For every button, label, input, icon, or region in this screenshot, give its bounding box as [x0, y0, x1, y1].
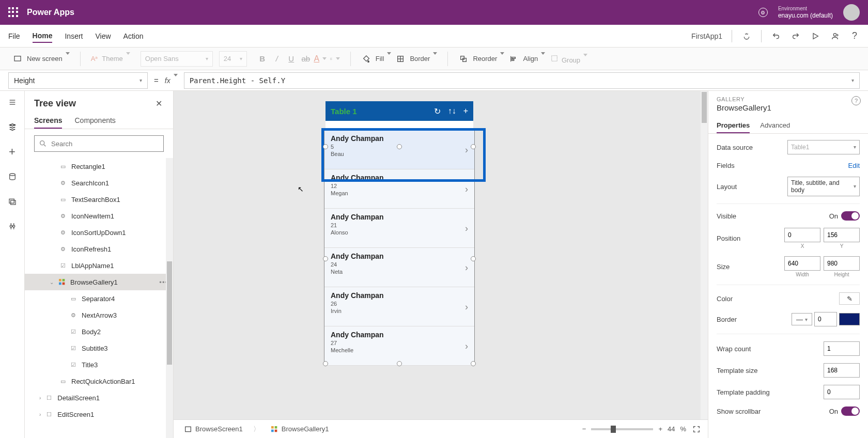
share-icon[interactable]: [830, 31, 840, 41]
resize-handle[interactable]: [323, 256, 328, 261]
group-dropdown[interactable]: Group: [562, 56, 587, 64]
template-padding-input[interactable]: [824, 385, 860, 399]
tree-item-textsearchbox1[interactable]: ▭TextSearchBox1: [25, 191, 173, 208]
border-width-input[interactable]: [814, 312, 837, 326]
environment-icon[interactable]: ⚙: [758, 8, 768, 17]
data-icon[interactable]: [7, 171, 18, 182]
waffle-icon[interactable]: [8, 7, 19, 18]
gallery-item[interactable]: Andy Champan12Megan›: [324, 169, 474, 209]
reorder-dropdown[interactable]: Reorder: [473, 55, 504, 62]
resize-handle[interactable]: [397, 361, 402, 366]
tree-item-body2[interactable]: ☑Body2: [25, 323, 173, 340]
text-align-icon[interactable]: [330, 54, 340, 64]
width-input[interactable]: [784, 256, 820, 271]
gallery-item[interactable]: Andy Champan24Neta›: [324, 248, 474, 287]
pos-x-input[interactable]: [784, 228, 820, 242]
visible-toggle[interactable]: [841, 211, 860, 221]
search-box[interactable]: [326, 121, 473, 130]
tree-search-input[interactable]: [51, 140, 159, 148]
property-selector[interactable]: Height▾: [8, 72, 148, 89]
font-color-icon[interactable]: A: [315, 54, 326, 64]
layout-select[interactable]: Title, subtitle, and body▾: [787, 177, 860, 196]
help-icon[interactable]: ?: [849, 31, 860, 41]
border-color-swatch[interactable]: [839, 313, 860, 325]
theme-dropdown[interactable]: Theme: [102, 55, 130, 62]
color-picker[interactable]: ✎: [839, 292, 860, 305]
underline-icon[interactable]: U: [286, 54, 297, 64]
tree-item-rectquickactionbar1[interactable]: ▭RectQuickActionBar1: [25, 373, 173, 389]
canvas[interactable]: Table 1 ↻ ↑↓ + Andy Champan5Beau›Andy Ch…: [174, 91, 708, 438]
media-icon[interactable]: [7, 196, 18, 207]
close-icon[interactable]: ✕: [153, 99, 164, 109]
tree-item-separator4[interactable]: ▭Separator4: [25, 290, 173, 307]
scrollbar[interactable]: [166, 158, 173, 438]
tree-item-iconrefresh1[interactable]: ⚙IconRefresh1: [25, 241, 173, 257]
scrollbar-toggle[interactable]: [841, 406, 860, 416]
avatar[interactable]: [843, 4, 860, 21]
tree-item-title3[interactable]: ☑Title3: [25, 356, 173, 373]
new-screen-dropdown[interactable]: New screen: [27, 55, 70, 62]
tab-components[interactable]: Components: [74, 113, 115, 129]
tree-item-rectangle1[interactable]: ▭Rectangle1: [25, 158, 173, 175]
gallery-item[interactable]: Andy Champan21Alonso›: [324, 209, 474, 248]
breadcrumb-screen[interactable]: BrowseScreen1: [180, 423, 247, 435]
expand-icon[interactable]: ⌄: [50, 279, 54, 285]
tree-item-editscreen1[interactable]: ›☐EditScreen1: [25, 406, 173, 423]
refresh-icon[interactable]: ↻: [434, 106, 441, 116]
tree-item-iconnewitem1[interactable]: ⚙IconNewItem1: [25, 208, 173, 224]
menu-file[interactable]: File: [8, 30, 20, 42]
gallery-item[interactable]: Andy Champan26Irvin›: [324, 287, 474, 326]
tree-item-nextarrow3[interactable]: ⚙NextArrow3: [25, 307, 173, 323]
border-dropdown[interactable]: Border: [410, 55, 437, 62]
fill-dropdown[interactable]: Fill: [376, 55, 392, 62]
resize-handle[interactable]: [471, 144, 476, 149]
add-icon[interactable]: +: [463, 106, 468, 116]
chevron-right-icon[interactable]: ›: [465, 262, 468, 273]
checker-icon[interactable]: [741, 31, 752, 41]
info-icon[interactable]: ?: [851, 96, 861, 105]
play-icon[interactable]: [810, 31, 820, 41]
sort-icon[interactable]: ↑↓: [448, 106, 456, 116]
tree-search[interactable]: [34, 135, 164, 152]
resize-handle[interactable]: [471, 361, 476, 366]
chevron-right-icon[interactable]: ›: [465, 145, 468, 155]
fields-edit-link[interactable]: Edit: [848, 162, 860, 169]
font-size-dropdown[interactable]: 24▾: [219, 51, 247, 67]
zoom-slider[interactable]: [591, 428, 653, 430]
tab-screens[interactable]: Screens: [34, 113, 62, 129]
insert-icon[interactable]: +: [7, 147, 18, 157]
tree-item-subtitle3[interactable]: ☑Subtitle3: [25, 340, 173, 356]
zoom-out-icon[interactable]: −: [582, 425, 586, 433]
menu-insert[interactable]: Insert: [65, 30, 83, 42]
italic-icon[interactable]: /: [272, 54, 282, 64]
browse-gallery[interactable]: Andy Champan5Beau›Andy Champan12Megan›An…: [324, 130, 474, 364]
hamburger-icon[interactable]: [7, 97, 18, 107]
tree-item-browsegallery1[interactable]: ⌄BrowseGallery1•••: [25, 274, 173, 290]
menu-home[interactable]: Home: [33, 29, 53, 43]
gallery-item[interactable]: Andy Champan27Mechelle›: [324, 326, 474, 366]
resize-handle[interactable]: [323, 361, 328, 366]
redo-icon[interactable]: [791, 31, 801, 41]
template-size-input[interactable]: [824, 363, 860, 378]
expand-icon[interactable]: ›: [39, 412, 41, 417]
data-source-select[interactable]: Table1▾: [787, 140, 860, 154]
environment-picker[interactable]: Environment enayu.com (default): [778, 5, 833, 20]
undo-icon[interactable]: [771, 31, 781, 41]
zoom-in-icon[interactable]: +: [658, 425, 662, 433]
fx-icon[interactable]: fx: [165, 76, 178, 85]
resize-handle[interactable]: [323, 144, 328, 149]
tree-item-detailscreen1[interactable]: ›☐DetailScreen1: [25, 389, 173, 406]
font-dropdown[interactable]: Open Sans▾: [141, 51, 213, 67]
tree-item-searchicon1[interactable]: ⚙SearchIcon1: [25, 175, 173, 191]
chevron-right-icon[interactable]: ›: [465, 223, 468, 234]
pos-y-input[interactable]: [824, 228, 860, 242]
gallery-item[interactable]: Andy Champan5Beau›: [324, 130, 474, 169]
height-input[interactable]: [824, 256, 860, 271]
tools-icon[interactable]: [7, 221, 18, 231]
border-style-select[interactable]: — ▾: [792, 313, 812, 325]
tab-advanced[interactable]: Advanced: [760, 118, 790, 133]
bold-icon[interactable]: B: [257, 54, 268, 64]
breadcrumb-gallery[interactable]: BrowseGallery1: [266, 423, 333, 435]
strike-icon[interactable]: ab: [301, 54, 311, 64]
formula-input[interactable]: Parent.Height - Self.Y▾: [184, 72, 860, 89]
